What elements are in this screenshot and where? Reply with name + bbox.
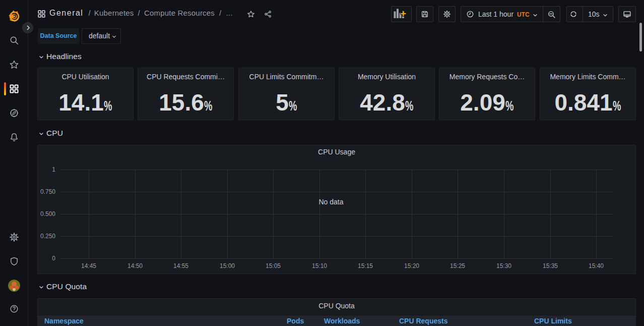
svg-text:15:20: 15:20 — [404, 262, 419, 269]
svg-text:0.750: 0.750 — [40, 188, 55, 195]
svg-text:15:05: 15:05 — [266, 262, 281, 269]
svg-text:14:50: 14:50 — [127, 262, 143, 269]
svg-text:15:15: 15:15 — [358, 262, 373, 269]
svg-text:15:00: 15:00 — [220, 262, 235, 269]
svg-text:15:40: 15:40 — [589, 262, 604, 269]
svg-text:15:25: 15:25 — [450, 262, 465, 269]
svg-text:14:55: 14:55 — [173, 262, 188, 269]
svg-text:0.500: 0.500 — [40, 210, 55, 218]
svg-text:1: 1 — [52, 166, 55, 173]
svg-text:0.250: 0.250 — [40, 233, 55, 240]
svg-text:No data: No data — [318, 198, 343, 206]
svg-text:14:45: 14:45 — [81, 262, 96, 269]
svg-text:15:30: 15:30 — [496, 262, 511, 269]
svg-text:0: 0 — [52, 255, 55, 262]
svg-text:15:10: 15:10 — [312, 262, 327, 269]
svg-text:15:35: 15:35 — [543, 262, 558, 269]
